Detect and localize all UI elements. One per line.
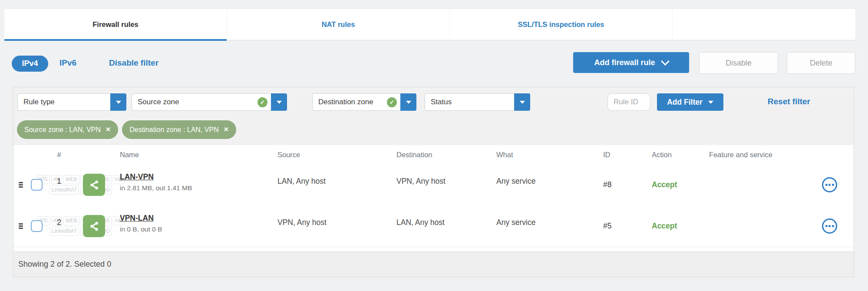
chevron-down-icon — [661, 57, 670, 66]
header-destination: Destination — [396, 145, 432, 164]
rule-what: Any service — [496, 164, 535, 198]
drag-handle-icon[interactable] — [19, 205, 23, 247]
source-zone-dropdown-button[interactable] — [271, 93, 287, 111]
status-label: Status — [431, 98, 514, 106]
caret-down-icon — [277, 101, 282, 104]
table-header-row: # Name Source Destination What ID Action… — [13, 145, 854, 165]
rule-type-field: Rule type — [17, 93, 110, 111]
row-more-cell — [822, 205, 837, 247]
more-options-icon[interactable] — [822, 218, 837, 234]
rule-name-link[interactable]: LAN-VPN — [120, 172, 192, 182]
chip-remove-icon[interactable]: ✕ — [106, 126, 111, 133]
add-filter-button[interactable]: Add Filter — [657, 93, 723, 111]
rule-name-link[interactable]: VPN-LAN — [120, 214, 162, 223]
table-row: 1 LAN-VPN in 2.81 MB, out 1.41 MB LAN, A… — [13, 164, 854, 206]
share-icon — [88, 220, 101, 233]
status-dropdown-button[interactable] — [514, 93, 530, 111]
chip-destination-zone: Destination zone : LAN, VPN ✕ — [122, 120, 236, 139]
tab-ssl-tls-label: SSL/TLS inspection rules — [518, 20, 604, 29]
rule-destination: LAN, Any host — [396, 205, 445, 239]
caret-down-icon — [116, 101, 121, 104]
chip-source-zone: Source zone : LAN, VPN ✕ — [17, 120, 118, 139]
row-checkbox[interactable] — [31, 220, 43, 232]
rule-destination: VPN, Any host — [396, 164, 446, 198]
header-id: ID — [603, 145, 611, 164]
rule-id-input[interactable] — [607, 93, 650, 111]
rule-name-cell: VPN-LAN in 0 B, out 0 B — [120, 214, 162, 233]
header-what: What — [496, 145, 513, 164]
disable-button[interactable]: Disable — [699, 52, 778, 74]
rule-type-dropdown-button[interactable] — [110, 93, 126, 111]
rule-type-label: Rule type — [23, 98, 110, 106]
chip-destination-zone-label: Destination zone : LAN, VPN — [129, 126, 218, 134]
add-firewall-rule-button[interactable]: Add firewall rule — [573, 52, 689, 73]
rule-id: #5 — [603, 205, 611, 247]
rule-name-cell: LAN-VPN in 2.81 MB, out 1.41 MB — [120, 172, 192, 192]
disable-filter-link[interactable]: Disable filter — [109, 58, 158, 68]
active-filter-chips: Source zone : LAN, VPN ✕ Destination zon… — [17, 120, 236, 139]
caret-down-icon — [406, 101, 411, 104]
status-field: Status — [425, 93, 514, 111]
rule-type-dropdown[interactable]: Rule type — [17, 93, 126, 111]
share-icon — [88, 179, 101, 192]
destination-zone-label: Destination zone — [318, 98, 387, 106]
filter-applied-check-icon: ✓ — [257, 97, 267, 107]
active-tab-underline — [4, 39, 227, 41]
source-zone-dropdown[interactable]: Source zone ✓ — [132, 93, 287, 111]
chip-remove-icon[interactable]: ✕ — [224, 126, 229, 133]
rule-id: #8 — [603, 164, 611, 205]
add-filter-label: Add Filter — [667, 98, 703, 107]
rule-what: Any service — [496, 205, 535, 239]
header-action: Action — [652, 145, 672, 164]
rule-source: LAN, Any host — [277, 164, 326, 198]
ipv4-toggle[interactable]: IPv4 — [12, 56, 48, 72]
share-zones-icon[interactable] — [83, 174, 105, 196]
tab-firewall-rules-label: Firewall rules — [92, 20, 138, 29]
filter-bar: Rule type Source zone ✓ Destination zone… — [13, 87, 854, 146]
tab-ssl-tls-inspection-rules[interactable]: SSL/TLS inspection rules — [450, 9, 673, 40]
destination-zone-field: Destination zone ✓ — [312, 93, 400, 111]
tab-firewall-rules[interactable]: Firewall rules — [4, 9, 227, 40]
table-row: 2 VPN-LAN in 0 B, out 0 B VPN, Any host … — [13, 205, 854, 247]
row-number: 1 — [50, 164, 68, 198]
destination-zone-dropdown-button[interactable] — [400, 93, 416, 111]
rule-type-tabbar: Firewall rules NAT rules SSL/TLS inspect… — [4, 9, 855, 40]
header-source: Source — [277, 145, 300, 164]
rule-traffic: in 2.81 MB, out 1.41 MB — [120, 184, 192, 192]
source-zone-label: Source zone — [138, 98, 257, 106]
caret-down-icon — [708, 101, 713, 104]
drag-handle-icon[interactable] — [19, 164, 23, 205]
rule-traffic: in 0 B, out 0 B — [120, 225, 162, 233]
chip-source-zone-label: Source zone : LAN, VPN — [24, 126, 101, 134]
table-footer: Showing 2 of 2. Selected 0 — [13, 251, 854, 277]
tab-nat-rules-label: NAT rules — [322, 20, 355, 29]
status-dropdown[interactable]: Status — [425, 93, 530, 111]
filter-applied-check-icon: ✓ — [387, 97, 397, 107]
header-number: # — [50, 145, 68, 164]
showing-status-text: Showing 2 of 2. Selected 0 — [18, 260, 111, 269]
firewall-rules-panel: Rule type Source zone ✓ Destination zone… — [13, 87, 854, 277]
caret-down-icon — [520, 101, 525, 104]
ipv6-toggle[interactable]: IPv6 — [59, 58, 76, 68]
destination-zone-dropdown[interactable]: Destination zone ✓ — [312, 93, 416, 111]
rule-action: Accept — [652, 164, 677, 205]
more-options-icon[interactable] — [822, 177, 837, 192]
header-name: Name — [120, 145, 139, 164]
share-zones-icon[interactable] — [83, 215, 105, 237]
row-number: 2 — [50, 205, 68, 239]
source-zone-field: Source zone ✓ — [132, 93, 271, 111]
reset-filter-link[interactable]: Reset filter — [768, 97, 810, 106]
header-feature-service: Feature and service — [673, 145, 808, 164]
tab-nat-rules[interactable]: NAT rules — [227, 9, 450, 40]
delete-button[interactable]: Delete — [787, 52, 855, 74]
row-checkbox[interactable] — [31, 179, 43, 191]
rule-source: VPN, Any host — [277, 205, 327, 239]
rule-action: Accept — [652, 205, 677, 247]
add-firewall-rule-label: Add firewall rule — [594, 58, 655, 67]
row-more-cell — [822, 164, 837, 205]
